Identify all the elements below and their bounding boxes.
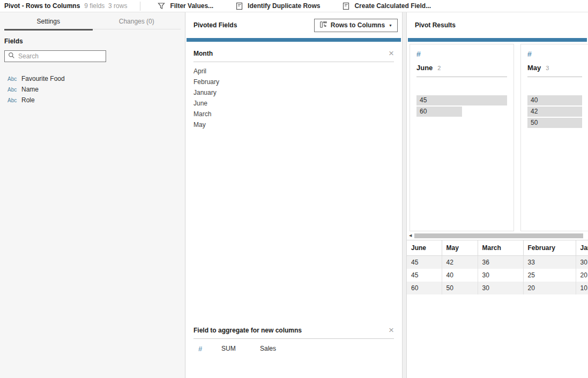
histogram-bar[interactable]: 42 [527, 107, 582, 117]
card-value-count: 3 [546, 65, 549, 71]
search-icon [8, 52, 15, 61]
duplicate-rows-icon [236, 2, 243, 10]
profile-card-june[interactable]: # June 2 45 60 [410, 44, 514, 231]
drop-zone-accent-bar [187, 38, 401, 42]
string-type-icon: Abc [8, 97, 21, 103]
pivot-results-panel: Pivot Results # June 2 45 60 # May [407, 12, 588, 378]
results-table: June May March February January 45 42 36… [407, 240, 588, 294]
results-accent-bar [408, 38, 587, 42]
create-calculated-field-button[interactable]: Create Calculated Field... [337, 2, 436, 10]
filter-values-button[interactable]: Filter Values... [152, 2, 219, 10]
number-type-icon: # [527, 50, 582, 58]
remove-pivot-field-icon[interactable]: × [389, 50, 394, 57]
settings-panel: Settings Changes (0) Fields Abc Favourit… [0, 12, 185, 378]
aggregate-section-title: Field to aggregate for new columns [193, 327, 302, 334]
column-header[interactable]: May [442, 240, 478, 256]
middle-panel-spacer [185, 130, 402, 326]
calculated-field-icon [343, 2, 349, 10]
results-header-row: June May March February January [407, 240, 588, 256]
table-cell[interactable]: 20 [523, 282, 576, 294]
card-divider [416, 77, 507, 77]
main-area: Settings Changes (0) Fields Abc Favourit… [0, 12, 588, 378]
column-header[interactable]: March [478, 240, 523, 256]
aggregate-field-row[interactable]: # SUM Sales [193, 344, 394, 353]
toolbar-divider [140, 2, 140, 11]
pivoted-fields-panel: Pivoted Fields Rows to Columns ▼ M [185, 12, 403, 378]
tab-changes[interactable]: Changes (0) [93, 18, 181, 29]
pivot-field-name: Month [193, 50, 213, 57]
tab-settings[interactable]: Settings [4, 18, 93, 31]
table-cell[interactable]: 60 [407, 282, 442, 294]
scrollbar-thumb[interactable] [414, 233, 583, 238]
pivot-value[interactable]: June [193, 98, 394, 109]
card-title-row: June 2 [416, 64, 507, 72]
field-search-box[interactable] [4, 50, 106, 62]
column-header[interactable]: June [407, 240, 442, 256]
column-header[interactable]: February [523, 240, 576, 256]
pivot-field-section: Month × April February January June Marc… [185, 42, 402, 130]
remove-aggregate-field-icon[interactable]: × [389, 327, 394, 334]
identify-duplicate-rows-button[interactable]: Identify Duplicate Rows [230, 2, 325, 10]
field-row-role[interactable]: Abc Role [0, 95, 185, 105]
column-header[interactable]: January [576, 240, 588, 256]
number-type-icon: # [193, 345, 221, 353]
profile-card-may[interactable]: # May 3 40 42 50 [520, 44, 588, 231]
aggregation-function[interactable]: SUM [221, 345, 260, 352]
fields-section-title: Fields [4, 37, 181, 45]
filter-icon [158, 2, 165, 10]
pivot-value[interactable]: February [193, 77, 394, 87]
table-cell[interactable]: 36 [478, 256, 523, 269]
table-cell[interactable]: 30 [478, 282, 523, 294]
field-row-favourite-food[interactable]: Abc Favourite Food [0, 73, 185, 84]
string-type-icon: Abc [8, 87, 21, 93]
histogram-bar[interactable]: 50 [527, 118, 582, 128]
table-row: 45 42 36 33 30 [407, 256, 588, 269]
table-cell[interactable]: 33 [523, 256, 576, 269]
pivot-field-header: Month × [193, 49, 394, 58]
pivot-value[interactable]: March [193, 109, 394, 119]
histogram-bar[interactable]: 40 [527, 95, 582, 105]
table-cell[interactable]: 42 [442, 256, 478, 269]
pivot-results-title: Pivot Results [415, 21, 456, 29]
profile-cards: # June 2 45 60 # May 3 40 [407, 42, 588, 231]
search-input[interactable] [18, 52, 102, 60]
pivot-value[interactable]: May [193, 119, 394, 130]
aggregate-section-divider [193, 338, 394, 339]
pivot-mode-dropdown[interactable]: Rows to Columns ▼ [314, 19, 398, 32]
table-cell[interactable]: 25 [523, 269, 576, 282]
field-row-name[interactable]: Abc Name [0, 84, 185, 95]
top-toolbar: Pivot - Rows to Columns 9 fields 3 rows … [0, 0, 588, 12]
scroll-left-arrow-icon[interactable]: ◀ [409, 233, 412, 238]
table-cell[interactable]: 45 [407, 256, 442, 269]
card-field-name: May [527, 64, 541, 72]
table-cell[interactable]: 50 [442, 282, 478, 294]
value-histogram: 45 60 [416, 95, 507, 117]
pivot-value-list: April February January June March May [193, 66, 394, 130]
card-divider [527, 77, 582, 77]
table-cell[interactable]: 30 [478, 269, 523, 282]
panel-tabs: Settings Changes (0) [0, 12, 185, 31]
table-cell[interactable]: 40 [442, 269, 478, 282]
card-value-count: 2 [437, 65, 441, 71]
table-cell[interactable]: 30 [576, 256, 588, 269]
pivot-field-divider [193, 62, 394, 62]
histogram-bar[interactable]: 60 [416, 107, 462, 117]
table-cell[interactable]: 20 [576, 269, 588, 282]
string-type-icon: Abc [8, 76, 21, 82]
histogram-bar[interactable]: 45 [416, 95, 507, 105]
table-cell[interactable]: 45 [407, 269, 442, 282]
value-histogram: 40 42 50 [527, 95, 582, 128]
table-row: 60 50 30 20 10 [407, 282, 588, 294]
table-cell[interactable]: 10 [576, 282, 588, 294]
panel-splitter[interactable] [403, 12, 407, 378]
card-title-row: May 3 [527, 64, 582, 72]
fields-rows-count: 9 fields 3 rows [84, 2, 127, 10]
card-field-name: June [416, 64, 433, 72]
horizontal-scrollbar: ◀ [407, 231, 588, 240]
chevron-down-icon: ▼ [389, 24, 392, 27]
pivoted-fields-title: Pivoted Fields [193, 21, 237, 29]
number-type-icon: # [416, 50, 507, 58]
pivot-value[interactable]: January [193, 87, 394, 98]
pivot-value[interactable]: April [193, 66, 394, 77]
aggregate-section-header: Field to aggregate for new columns × [193, 326, 394, 335]
